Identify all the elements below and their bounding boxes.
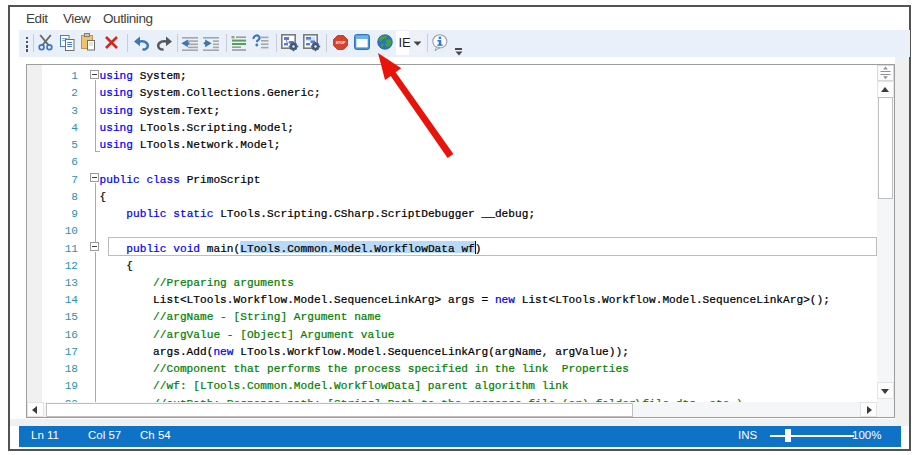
svg-text:STOP: STOP [335,41,345,45]
